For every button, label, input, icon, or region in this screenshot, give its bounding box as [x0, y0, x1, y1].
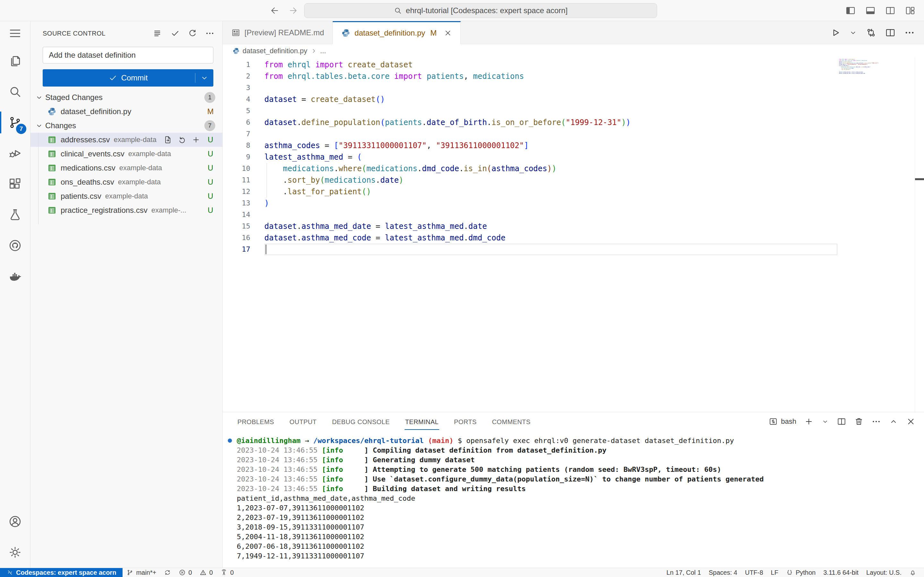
status-item-python-version[interactable]: 3.11.6 64-bit — [819, 568, 863, 577]
code-line-17[interactable]: 17 — [223, 243, 924, 255]
status-item-errors[interactable]: 0 — [175, 568, 196, 577]
line-number[interactable]: 16 — [223, 232, 264, 243]
line-number[interactable]: 1 — [223, 59, 264, 71]
list-icon[interactable] — [153, 29, 163, 38]
terminal[interactable]: @iaindillingham → /workspaces/ehrql-tuto… — [223, 431, 924, 568]
code-line-1[interactable]: 1from ehrql import create_dataset — [223, 59, 924, 71]
activity-bar-item-extensions[interactable] — [0, 169, 30, 199]
status-item-sync[interactable] — [160, 568, 175, 577]
line-number[interactable]: 8 — [223, 140, 264, 151]
code-line-6[interactable]: 6dataset.define_population(patients.date… — [223, 117, 924, 128]
layout-sidebar-icon[interactable] — [845, 5, 856, 16]
code-line-12[interactable]: 12 .last_for_patient() — [223, 186, 924, 197]
status-item-cursor-position[interactable]: Ln 17, Col 1 — [662, 568, 705, 577]
breadcrumb-symbol[interactable]: ... — [320, 47, 326, 55]
layout-grid-icon[interactable] — [905, 5, 916, 16]
refresh-icon[interactable] — [188, 29, 197, 38]
command-center[interactable]: ehrql-tutorial [Codespaces: expert space… — [304, 3, 657, 18]
play-icon[interactable] — [830, 27, 841, 38]
forward-arrow-icon[interactable] — [288, 5, 298, 16]
status-item-encoding[interactable]: UTF-8 — [741, 568, 767, 577]
code-line-14[interactable]: 14 — [223, 209, 924, 221]
commit-message-input[interactable] — [43, 47, 213, 63]
go-to-file-icon[interactable] — [163, 135, 172, 144]
editor-tab-dataset-definition[interactable]: dataset_definition.pyM — [333, 21, 461, 44]
minimap[interactable]: from ehrql import create_datasetfrom ehr… — [839, 59, 881, 174]
scm-file-clinical_events.csv[interactable]: clinical_events.csvexample-dataU — [31, 147, 222, 161]
scm-file-ons_deaths.csv[interactable]: ons_deaths.csvexample-dataU — [31, 175, 222, 189]
activity-bar-item-menu[interactable] — [0, 21, 30, 45]
ellipsis-icon[interactable] — [904, 27, 915, 38]
line-number[interactable]: 6 — [223, 117, 264, 128]
compare-icon[interactable] — [866, 27, 877, 38]
line-number[interactable]: 2 — [223, 71, 264, 82]
ellipsis-icon[interactable] — [205, 29, 215, 38]
line-number[interactable]: 11 — [223, 174, 264, 186]
code-line-2[interactable]: 2from ehrql.tables.beta.core import pati… — [223, 71, 924, 82]
line-number[interactable]: 15 — [223, 221, 264, 232]
line-number[interactable]: 17 — [223, 243, 264, 255]
chevron-down-icon[interactable] — [200, 73, 209, 82]
scm-file-patients.csv[interactable]: patients.csvexample-dataU — [31, 189, 222, 203]
status-item-keyboard-layout[interactable]: Layout: U.S. — [863, 568, 905, 577]
status-item-ports[interactable]: 0 — [216, 568, 237, 577]
terminal-shell-selector[interactable]: bash — [769, 417, 796, 426]
code-line-7[interactable]: 7 — [223, 128, 924, 140]
code-line-10[interactable]: 10 medications.where(medications.dmd_cod… — [223, 163, 924, 174]
editor-tab-readme-preview[interactable]: [Preview] README.md — [223, 21, 333, 44]
code-line-16[interactable]: 16dataset.asthma_med_code = latest_asthm… — [223, 232, 924, 243]
code-line-13[interactable]: 13) — [223, 197, 924, 209]
activity-bar-item-account[interactable] — [0, 506, 30, 537]
layout-panel-icon[interactable] — [865, 5, 876, 16]
section-header-staged[interactable]: Staged Changes1 — [31, 90, 222, 105]
panel-tab-output[interactable]: OUTPUT — [289, 414, 317, 430]
line-number[interactable]: 13 — [223, 197, 264, 209]
code-line-4[interactable]: 4dataset = create_dataset() — [223, 93, 924, 105]
plus-icon[interactable] — [804, 417, 814, 426]
status-item-branch[interactable]: main*+ — [123, 568, 160, 577]
activity-bar-item-source-control[interactable]: 7 — [0, 107, 30, 138]
line-number[interactable]: 9 — [223, 151, 264, 163]
scm-file-practice_registrations.csv[interactable]: practice_registrations.csvexample-...U — [31, 203, 222, 218]
scm-file-addresses.csv[interactable]: addresses.csvexample-dataU — [31, 133, 222, 147]
status-item-eol[interactable]: LF — [767, 568, 782, 577]
status-item-remote[interactable]: Codespaces: expert space acorn — [0, 568, 123, 577]
trash-icon[interactable] — [854, 417, 864, 426]
activity-bar-item-explorer[interactable] — [0, 45, 30, 76]
ellipsis-icon[interactable] — [871, 417, 881, 426]
section-header-changes[interactable]: Changes7 — [31, 119, 222, 133]
chevron-up-icon[interactable] — [889, 417, 898, 426]
code-line-5[interactable]: 5 — [223, 105, 924, 117]
split-icon[interactable] — [885, 27, 896, 38]
line-number[interactable]: 14 — [223, 209, 264, 221]
activity-bar-item-docker[interactable] — [0, 261, 30, 292]
layout-split-icon[interactable] — [885, 5, 896, 16]
breadcrumb-file[interactable]: dataset_definition.py — [242, 47, 307, 55]
status-item-warnings[interactable]: 0 — [196, 568, 216, 577]
close-icon[interactable] — [906, 417, 916, 426]
split-icon[interactable] — [837, 417, 846, 426]
panel-tab-comments[interactable]: COMMENTS — [491, 414, 531, 430]
code-line-9[interactable]: 9latest_asthma_med = ( — [223, 151, 924, 163]
check-icon[interactable] — [170, 29, 180, 38]
command-decoration-dot[interactable] — [228, 438, 232, 443]
line-number[interactable]: 4 — [223, 93, 264, 105]
scm-file-dataset_definition.py[interactable]: dataset_definition.pyM — [31, 105, 222, 119]
code-line-11[interactable]: 11 .sort_by(medications.date) — [223, 174, 924, 186]
back-arrow-icon[interactable] — [270, 5, 280, 16]
commit-button[interactable]: Commit — [43, 69, 213, 87]
code-editor[interactable]: 1from ehrql import create_dataset2from e… — [223, 58, 924, 412]
line-number[interactable]: 7 — [223, 128, 264, 140]
panel-tab-terminal[interactable]: TERMINAL — [405, 414, 439, 430]
chevron-down-icon[interactable] — [821, 418, 829, 425]
panel-tab-ports[interactable]: PORTS — [453, 414, 477, 430]
status-item-language[interactable]: Python — [782, 568, 819, 577]
code-line-8[interactable]: 8asthma_codes = ["39113311000001107", "3… — [223, 140, 924, 151]
status-item-indentation[interactable]: Spaces: 4 — [705, 568, 741, 577]
activity-bar-item-search[interactable] — [0, 76, 30, 107]
code-line-15[interactable]: 15dataset.asthma_med_date = latest_asthm… — [223, 221, 924, 232]
code-line-3[interactable]: 3 — [223, 82, 924, 93]
activity-bar-item-settings[interactable] — [0, 537, 30, 568]
panel-tab-problems[interactable]: PROBLEMS — [237, 414, 275, 430]
activity-bar-item-run-debug[interactable] — [0, 138, 30, 169]
